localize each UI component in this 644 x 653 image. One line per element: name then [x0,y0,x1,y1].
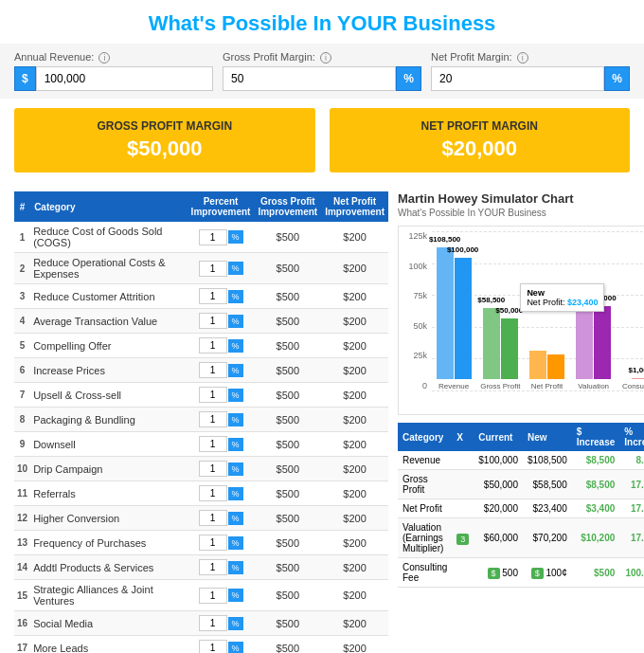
row-pct-cell: % [188,457,255,481]
pct-input[interactable] [199,535,227,551]
pct-input[interactable] [199,615,227,631]
pct-input[interactable] [199,387,227,403]
row-category: More Leads [30,636,187,654]
row-net: $200 [321,432,388,457]
pct-toggle-btn[interactable]: % [228,364,243,377]
comp-col-new: New [523,423,572,451]
pct-toggle-btn[interactable]: % [228,617,243,630]
pct-toggle-btn[interactable]: % [228,463,243,476]
pct-suffix-net: % [604,66,630,91]
row-category: Higher Conversion [30,506,187,531]
bar-group-revenue: $108,500 $100,000 Revenue [432,231,475,390]
row-pct-cell: % [188,555,255,580]
row-gross: $500 [254,334,321,358]
row-category: Drip Campaign [30,457,187,481]
pct-input[interactable] [199,362,227,378]
pct-input[interactable] [199,288,227,304]
comp-new: $ 100¢ [523,558,572,588]
main-content: # Category PercentImprovement Gross Prof… [0,182,644,653]
pct-toggle-btn[interactable]: % [228,536,243,550]
pct-input[interactable] [199,588,227,604]
chart-tooltip: New Net Profit: $23,400 [520,283,604,312]
comp-pct-inc: 100.00% [619,558,644,588]
table-row: 4 Average Transaction Value % $500 $200 [14,309,388,334]
row-category: Reduce Operational Costs & Expenses [30,253,187,284]
pct-toggle-btn[interactable]: % [228,413,243,426]
annual-revenue-info-icon[interactable]: i [98,52,110,63]
row-net: $200 [321,481,388,506]
pct-input[interactable] [199,510,227,526]
pct-input[interactable] [199,229,227,245]
pct-toggle-btn[interactable]: % [228,315,243,328]
row-net: $200 [321,531,388,555]
pct-input[interactable] [199,559,227,575]
pct-input[interactable] [199,261,227,277]
pct-input[interactable] [199,640,227,653]
pct-toggle-btn[interactable]: % [228,589,243,602]
pct-input[interactable] [199,485,227,501]
comp-pct-inc: 17.00% [619,499,644,518]
comp-category: Consulting Fee [398,558,452,588]
bar-group-net: New Net Profit: $23,400 Net Profit [525,231,568,390]
tooltip-label: Net Profit: $23,400 [527,298,598,307]
gross-margin-input-wrap: % [223,66,421,91]
pct-toggle-btn[interactable]: % [228,487,243,500]
chart-area: 125k 100k 75k 50k 25k 0 [398,226,644,415]
row-net: $200 [321,222,388,253]
table-row: 3 Reduce Customer Attrition % $500 $200 [14,284,388,309]
pct-toggle-btn[interactable]: % [228,339,243,353]
row-gross: $500 [254,636,321,654]
gross-profit-card-value: $50,000 [28,136,301,161]
col-pct: PercentImprovement [188,191,255,222]
row-gross: $500 [254,555,321,580]
pct-toggle-btn[interactable]: % [228,642,243,654]
pct-toggle-btn[interactable]: % [228,512,243,525]
pct-input[interactable] [199,461,227,477]
net-margin-info-icon[interactable]: i [517,52,528,63]
margin-cards: GROSS PROFIT MARGIN $50,000 NET PROFIT M… [0,99,644,182]
net-margin-input-wrap: % [431,66,630,91]
table-row: 6 Increase Prices % $500 $200 [14,358,388,383]
bar-consulting-new [632,378,644,379]
table-row: 17 More Leads % $500 $200 [14,636,388,654]
pct-toggle-btn[interactable]: % [228,262,243,275]
table-row: 5 Compelling Offer % $500 $200 [14,334,388,358]
pct-toggle-btn[interactable]: % [228,230,243,244]
bar-group-consulting: $1,000 Consulting [618,231,644,390]
row-pct-cell: % [188,580,255,611]
bar-xlabel-consulting: Consulting [622,382,644,390]
pct-input[interactable] [199,411,227,427]
table-row: 7 Upsell & Cross-sell % $500 $200 [14,383,388,408]
row-num: 4 [14,309,30,334]
comp-current: $60,000 [474,518,523,558]
net-margin-input[interactable] [431,66,604,91]
row-num: 7 [14,383,30,408]
comp-new: $108,500 [523,451,572,470]
row-pct-cell: % [188,222,255,253]
row-num: 12 [14,506,30,531]
comp-dollar-inc: $8,500 [572,470,620,499]
row-category: Packaging & Bundling [30,408,187,432]
bar-label-consulting-new: $1,000 [629,366,644,374]
annual-revenue-input[interactable] [36,66,213,91]
tooltip-title: New [527,288,598,298]
comp-dollar-inc: $500 [572,558,620,588]
net-profit-card-title: NET PROFIT MARGIN [344,119,617,133]
pct-input[interactable] [199,436,227,452]
col-net: Net ProfitImprovement [321,191,388,222]
pct-input[interactable] [199,337,227,354]
tooltip-value: $23,400 [567,298,599,307]
comp-col-pct: % Increase [619,423,644,451]
pct-toggle-btn[interactable]: % [228,290,243,303]
row-net: $200 [321,334,388,358]
table-row: 10 Drip Campaign % $500 $200 [14,457,388,481]
row-gross: $500 [254,432,321,457]
pct-toggle-btn[interactable]: % [228,438,243,451]
gross-margin-input[interactable] [223,66,396,91]
bar-net-new [529,351,546,379]
gross-margin-info-icon[interactable]: i [320,52,331,63]
pct-input[interactable] [199,313,227,329]
pct-toggle-btn[interactable]: % [228,561,243,574]
row-gross: $500 [254,531,321,555]
pct-toggle-btn[interactable]: % [228,389,243,402]
